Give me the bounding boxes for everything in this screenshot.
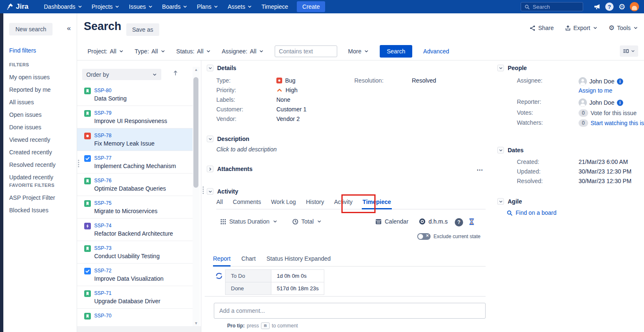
sidebar-item-blocked-issues[interactable]: Blocked Issues bbox=[3, 204, 77, 216]
more-filters-dropdown[interactable]: More bbox=[348, 48, 369, 55]
activity-section-header[interactable]: Activity bbox=[207, 188, 238, 195]
issue-row-ssp-80[interactable]: SSP-80Data Sorting bbox=[77, 83, 193, 106]
chevron-down-icon[interactable] bbox=[497, 198, 504, 205]
save-as-button[interactable]: Save as bbox=[126, 23, 159, 36]
global-search-input[interactable]: Search bbox=[521, 2, 583, 11]
tab-comments[interactable]: Comments bbox=[233, 199, 261, 205]
status-filter-dropdown[interactable]: Status:All bbox=[176, 48, 211, 55]
chevron-right-icon[interactable] bbox=[207, 166, 213, 172]
scrollbar-thumb[interactable] bbox=[193, 77, 198, 188]
assignee-value[interactable]: John Doe i bbox=[579, 77, 623, 86]
tools-button[interactable]: ⚙ Tools bbox=[609, 25, 638, 31]
duration-format-button[interactable]: d.h.m.s bbox=[419, 218, 448, 225]
calendar-button[interactable]: Calendar bbox=[375, 218, 408, 225]
tab-report[interactable]: Report bbox=[213, 255, 231, 262]
view-switcher-button[interactable] bbox=[620, 45, 638, 57]
timepiece-help-button[interactable]: ? bbox=[455, 218, 463, 226]
scroll-down-icon[interactable]: ▼ bbox=[193, 320, 200, 326]
start-watching-link[interactable]: Start watching this issue bbox=[591, 120, 644, 126]
assignee-filter-dropdown[interactable]: Assignee:All bbox=[222, 48, 264, 55]
info-icon[interactable]: i bbox=[617, 100, 623, 106]
issue-row-ssp-75[interactable]: SSP-75Migrate to Microservices bbox=[77, 196, 193, 219]
nav-item-plans[interactable]: Plans bbox=[192, 0, 223, 13]
issue-list-horizontal-scrollbar[interactable] bbox=[77, 326, 201, 332]
vote-for-issue-link[interactable]: Vote for this issue bbox=[591, 110, 637, 116]
settings-button[interactable]: ⚙ bbox=[616, 0, 628, 13]
chevron-down-icon[interactable] bbox=[497, 65, 504, 71]
issue-row-ssp-73[interactable]: SSP-73Conduct Usability Testing bbox=[77, 241, 193, 264]
issue-list-scrollbar[interactable]: ▲ ▼ bbox=[193, 67, 200, 326]
nav-item-dashboards[interactable]: Dashboards bbox=[39, 0, 87, 13]
search-button[interactable]: Search bbox=[380, 45, 412, 58]
sidebar-item-done-issues[interactable]: Done issues bbox=[3, 121, 77, 133]
tab-chart[interactable]: Chart bbox=[241, 255, 256, 262]
people-section-header[interactable]: People bbox=[497, 65, 527, 71]
scroll-up-icon[interactable]: ▲ bbox=[193, 67, 200, 73]
exclude-current-state-toggle[interactable]: ✕ bbox=[417, 233, 431, 240]
details-section-header[interactable]: Details bbox=[207, 65, 236, 71]
sidebar-item-resolved-recently[interactable]: Resolved recently bbox=[3, 158, 77, 171]
sidebar-item-open-issues[interactable]: Open issues bbox=[3, 108, 77, 121]
attachments-section-header[interactable]: Attachments bbox=[207, 166, 253, 172]
find-filters-link[interactable]: Find filters bbox=[9, 47, 36, 54]
chevron-down-icon[interactable] bbox=[207, 188, 213, 195]
tab-activity[interactable]: Activity bbox=[334, 199, 352, 205]
issue-row-ssp-72[interactable]: SSP-72Improve Data Visualization bbox=[77, 264, 193, 286]
sort-ascending-icon[interactable] bbox=[172, 70, 179, 76]
attachments-more-button[interactable]: … bbox=[476, 165, 484, 172]
sidebar-item-created-recently[interactable]: Created recently bbox=[3, 146, 77, 158]
collapse-sidebar-icon[interactable]: « bbox=[67, 24, 71, 33]
issue-row-ssp-78-selected[interactable]: SSP-78Fix Memory Leak Issue bbox=[77, 128, 193, 151]
nav-item-issues[interactable]: Issues bbox=[124, 0, 157, 13]
issue-row-ssp-71[interactable]: SSP-71Upgrade Database Driver bbox=[77, 286, 193, 309]
sidebar-item-my-open-issues[interactable]: My open issues bbox=[3, 71, 77, 83]
description-placeholder[interactable]: Click to add description bbox=[216, 146, 277, 153]
project-filter-dropdown[interactable]: Project:All bbox=[88, 48, 124, 55]
sidebar-item-reported-by-me[interactable]: Reported by me bbox=[3, 83, 77, 96]
issue-row-ssp-79[interactable]: SSP-79Improve UI Responsiveness bbox=[77, 106, 193, 128]
jira-brand[interactable]: Jira bbox=[6, 3, 28, 11]
chevron-down-icon[interactable] bbox=[207, 136, 213, 142]
tab-history[interactable]: History bbox=[306, 199, 324, 205]
reporter-value[interactable]: John Doe i bbox=[579, 98, 623, 107]
find-on-board-link[interactable]: Find on a board bbox=[506, 209, 556, 216]
status-duration-dropdown[interactable]: Status Duration bbox=[220, 218, 278, 225]
info-icon[interactable]: i bbox=[617, 78, 623, 85]
issue-row-ssp-74[interactable]: SSP-74Refactor Backend Architecture bbox=[77, 219, 193, 241]
nav-item-timepiece[interactable]: Timepiece bbox=[257, 0, 293, 13]
total-dropdown[interactable]: Total bbox=[292, 218, 322, 225]
issue-row-ssp-77[interactable]: SSP-77Implement Caching Mechanism bbox=[77, 151, 193, 174]
add-comment-input[interactable]: Add a comment... bbox=[214, 303, 486, 319]
nav-item-projects[interactable]: Projects bbox=[87, 0, 125, 13]
hourglass-button[interactable] bbox=[468, 218, 475, 225]
chevron-down-icon[interactable] bbox=[497, 147, 504, 153]
sidebar-item-asp-project-filter[interactable]: ASP Project Filter bbox=[3, 191, 77, 204]
type-filter-dropdown[interactable]: Type:All bbox=[135, 48, 165, 55]
sidebar-item-viewed-recently[interactable]: Viewed recently bbox=[3, 133, 77, 146]
tab-status-history-expanded[interactable]: Status History Expanded bbox=[266, 255, 331, 262]
order-by-select[interactable]: Order by bbox=[82, 69, 161, 80]
description-section-header[interactable]: Description bbox=[207, 136, 249, 142]
nav-item-assets[interactable]: Assets bbox=[223, 0, 257, 13]
announcements-button[interactable] bbox=[591, 0, 603, 13]
refresh-icon[interactable] bbox=[215, 272, 223, 280]
contains-text-input[interactable] bbox=[275, 45, 337, 57]
chevron-down-icon[interactable] bbox=[207, 65, 213, 71]
create-button[interactable]: Create bbox=[297, 1, 325, 12]
share-button[interactable]: Share bbox=[529, 25, 554, 31]
new-search-button[interactable]: New search bbox=[9, 23, 53, 35]
dates-section-header[interactable]: Dates bbox=[497, 147, 524, 153]
nav-item-boards[interactable]: Boards bbox=[158, 0, 192, 13]
help-button[interactable]: ? bbox=[603, 0, 616, 13]
tab-all[interactable]: All bbox=[216, 199, 223, 205]
advanced-search-link[interactable]: Advanced bbox=[423, 48, 449, 55]
agile-section-header[interactable]: Agile bbox=[497, 198, 522, 205]
export-button[interactable]: Export bbox=[565, 25, 598, 31]
sidebar-item-updated-recently[interactable]: Updated recently bbox=[3, 171, 77, 184]
assign-to-me-link[interactable]: Assign to me bbox=[579, 87, 612, 94]
issue-row-ssp-76[interactable]: SSP-76Optimize Database Queries bbox=[77, 174, 193, 196]
tab-timepiece[interactable]: Timepiece bbox=[363, 199, 391, 205]
tab-work-log[interactable]: Work Log bbox=[271, 199, 296, 205]
user-avatar[interactable] bbox=[630, 2, 639, 11]
panel-resize-handle-left[interactable] bbox=[78, 160, 79, 161]
